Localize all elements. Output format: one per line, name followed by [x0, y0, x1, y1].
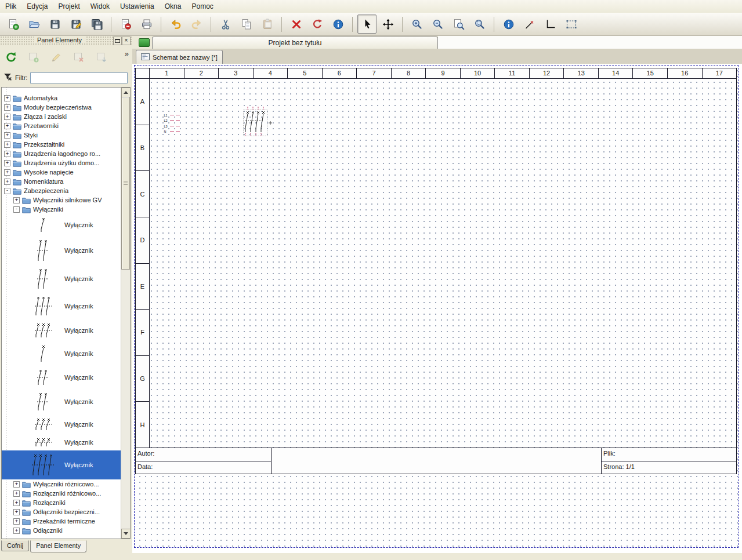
panel-tab[interactable]: Panel Elementy — [30, 540, 86, 552]
tree-folder[interactable]: +Przekaźniki termiczne — [2, 517, 121, 526]
object-info-button[interactable] — [328, 14, 348, 34]
panel-tab[interactable]: Cofnij — [1, 540, 29, 551]
element-item[interactable]: Wyłącznik — [2, 265, 121, 293]
zoom-out-button[interactable] — [428, 14, 447, 34]
close-file-button[interactable] — [116, 14, 135, 34]
conductor-tool-button[interactable] — [520, 14, 539, 34]
pan-mode-button[interactable] — [378, 14, 397, 34]
tree-folder[interactable]: +Automatyka — [2, 93, 121, 103]
rotate-button[interactable] — [307, 14, 327, 34]
tree-folder[interactable]: +Urządzenia łagodnego ro... — [2, 149, 121, 158]
filter-input[interactable] — [30, 72, 128, 83]
reload-collections-button[interactable] — [3, 49, 19, 66]
expand-toggle[interactable]: + — [13, 197, 20, 203]
menu-item-ustawienia[interactable]: Ustawienia — [115, 1, 160, 12]
expand-toggle[interactable]: + — [4, 151, 10, 157]
copy-icon — [240, 18, 253, 31]
element-item[interactable]: Wyłącznik — [2, 434, 121, 450]
element-item[interactable]: Wyłącznik — [2, 236, 121, 265]
menu-item-okna[interactable]: Okna — [160, 1, 187, 12]
project-tab[interactable]: Projekt bez tytułu — [152, 37, 438, 49]
expand-toggle[interactable]: + — [13, 490, 20, 497]
tree-folder[interactable]: +Złącza i zaciski — [2, 112, 121, 121]
clear-filter-icon[interactable] — [3, 72, 12, 83]
new-file-button[interactable] — [3, 14, 23, 34]
menu-item-edycja[interactable]: Edycja — [21, 1, 53, 12]
copy-button[interactable] — [237, 14, 256, 34]
corner-tool-button[interactable] — [541, 14, 560, 34]
expand-toggle[interactable]: + — [4, 160, 10, 166]
undo-button[interactable] — [166, 14, 185, 34]
panel-float-button[interactable] — [113, 37, 122, 45]
menu-item-projekt[interactable]: Projekt — [53, 1, 85, 12]
tree-folder[interactable]: +Moduły bezpieczeństwa — [2, 103, 121, 112]
element-item[interactable]: Wyłącznik — [2, 450, 121, 479]
zoom-reset-button[interactable] — [470, 14, 489, 34]
save-file-button[interactable] — [45, 14, 64, 34]
menu-item-plik[interactable]: Plik — [0, 1, 21, 12]
expand-toggle[interactable]: + — [4, 114, 10, 120]
expand-toggle[interactable]: + — [4, 179, 10, 185]
tree-folder[interactable]: +Rozłączniki różnicowo... — [2, 489, 121, 498]
tree-folder[interactable]: +Wyłączniki różnicowo... — [2, 479, 121, 489]
element-item[interactable]: Wyłącznik — [2, 366, 121, 389]
menu-item-widok[interactable]: Widok — [85, 1, 115, 12]
expand-toggle[interactable]: + — [4, 95, 10, 101]
scroll-up-button[interactable] — [121, 88, 131, 97]
placed-breaker-element[interactable] — [243, 106, 273, 140]
tree-folder[interactable]: +Przetworniki — [2, 121, 121, 130]
scroll-down-button[interactable] — [121, 529, 131, 539]
element-item[interactable]: Wyłącznik — [2, 293, 121, 319]
tree-scrollbar[interactable] — [121, 88, 130, 539]
expand-toggle[interactable]: + — [13, 528, 20, 534]
element-item[interactable]: Wyłącznik — [2, 414, 121, 434]
tree-folder[interactable]: +Nomenklatura — [2, 177, 121, 186]
tree-folder[interactable]: -Wyłączniki — [2, 205, 121, 214]
expand-toggle[interactable]: - — [13, 206, 20, 213]
expand-toggle[interactable]: + — [13, 481, 20, 488]
tree-folder[interactable]: +Odłączniki bezpieczni... — [2, 507, 121, 517]
panel-close-button[interactable] — [122, 37, 131, 45]
expand-toggle[interactable]: + — [13, 518, 20, 525]
expand-toggle[interactable]: + — [4, 169, 10, 176]
tree-folder[interactable]: +Urządzenia użytku domo... — [2, 158, 121, 168]
print-button[interactable] — [137, 14, 156, 34]
expand-toggle[interactable]: + — [4, 141, 10, 148]
expand-toggle[interactable]: + — [4, 123, 10, 129]
scroll-thumb[interactable] — [121, 97, 130, 270]
panel-overflow-button[interactable]: » — [125, 49, 129, 58]
panel-titlebar[interactable]: Panel Elementy — [0, 36, 132, 45]
placed-phase-labels[interactable]: L1L2L3N — [164, 112, 182, 139]
menu-item-pomoc[interactable]: Pomoc — [186, 1, 218, 12]
expand-toggle[interactable]: - — [4, 188, 10, 194]
select-mode-button[interactable] — [357, 14, 377, 34]
element-item[interactable]: Wyłącznik — [2, 341, 121, 366]
save-file-as-button[interactable] — [66, 14, 85, 34]
tree-folder[interactable]: +Przekształtniki — [2, 140, 121, 149]
canvas-viewport[interactable]: 1234567891011121314151617 ABCDEFGH Autor… — [132, 64, 742, 553]
save-all-button[interactable] — [87, 14, 106, 34]
tree-folder[interactable]: +Wyłączniki silnikowe GV — [2, 195, 121, 205]
tree-folder[interactable]: +Styki — [2, 130, 121, 140]
print-icon — [140, 18, 153, 31]
open-file-button[interactable] — [24, 14, 44, 34]
cut-button[interactable] — [216, 14, 235, 34]
element-info-button[interactable] — [499, 14, 518, 34]
tree-folder[interactable]: -Zabezpieczenia — [2, 186, 121, 195]
tree-folder[interactable]: +Rozłączniki — [2, 498, 121, 507]
expand-toggle[interactable]: + — [13, 509, 20, 515]
zoom-fit-button[interactable] — [449, 14, 468, 34]
delete-button[interactable] — [287, 14, 306, 34]
schema-tab[interactable]: Schemat bez nazwy [*] — [136, 50, 223, 64]
element-item[interactable]: Wyłącznik — [2, 389, 121, 414]
tree-folder[interactable]: +Odłączniki — [2, 526, 121, 535]
zoom-in-button[interactable] — [407, 14, 426, 34]
expand-toggle[interactable]: + — [4, 132, 10, 139]
selection-tool-button[interactable] — [562, 14, 581, 34]
element-item[interactable]: Wyłącznik — [2, 319, 121, 341]
element-item[interactable]: Wyłącznik — [2, 214, 121, 236]
expand-toggle[interactable]: + — [13, 500, 20, 506]
project-tab-icon[interactable] — [139, 38, 150, 47]
tree-folder[interactable]: +Wysokie napięcie — [2, 168, 121, 177]
expand-toggle[interactable]: + — [4, 104, 10, 111]
